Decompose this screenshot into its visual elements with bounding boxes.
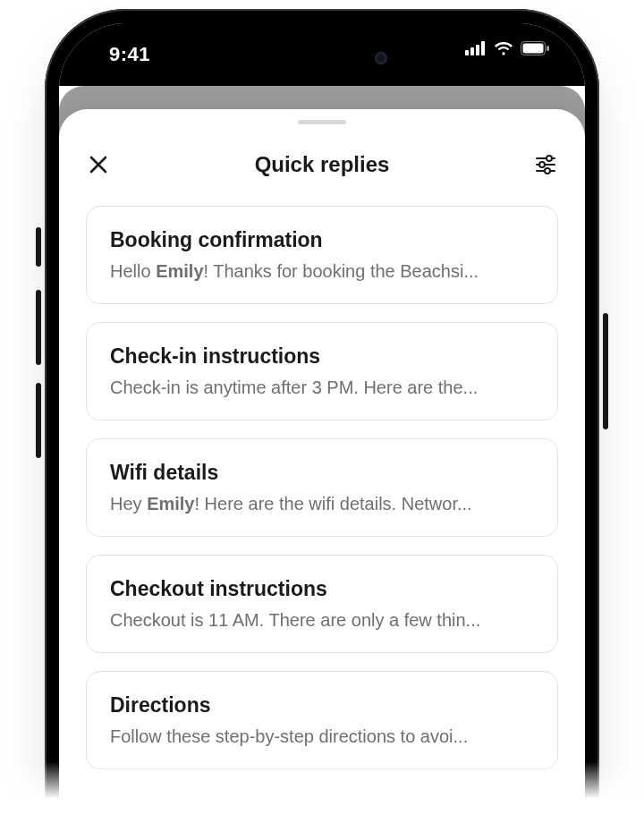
card-title: Booking confirmation xyxy=(110,228,534,252)
card-title: Wifi details xyxy=(110,461,534,485)
device-volume-silence xyxy=(36,227,41,267)
svg-rect-5 xyxy=(523,44,544,54)
preview-emph: Emily xyxy=(147,494,194,514)
card-title: Checkout instructions xyxy=(110,577,534,601)
sheet-title: Quick replies xyxy=(116,152,528,177)
card-title: Directions xyxy=(110,693,534,717)
quick-reply-card[interactable]: Directions Follow these step-by-step dir… xyxy=(86,671,558,769)
close-button[interactable] xyxy=(80,147,116,183)
svg-rect-1 xyxy=(470,47,474,55)
close-icon xyxy=(89,155,108,174)
svg-rect-0 xyxy=(465,50,469,55)
stage: 9:41 xyxy=(0,0,644,815)
card-preview: Check-in is anytime after 3 PM. Here are… xyxy=(110,378,534,398)
preview-text: Follow these step-by-step directions to … xyxy=(110,726,468,746)
card-preview: Hey Emily! Here are the wifi details. Ne… xyxy=(110,494,534,514)
device-screen: 9:41 xyxy=(59,23,585,815)
svg-point-10 xyxy=(539,162,545,167)
statusbar-icons xyxy=(465,41,549,59)
svg-rect-3 xyxy=(481,41,485,55)
sheet-grabber[interactable] xyxy=(298,120,346,124)
card-preview: Hello Emily! Thanks for booking the Beac… xyxy=(110,261,534,282)
battery-icon xyxy=(521,41,549,59)
quick-reply-card[interactable]: Checkout instructions Checkout is 11 AM.… xyxy=(86,555,558,653)
preview-emph: Emily xyxy=(156,261,203,281)
svg-point-12 xyxy=(545,168,550,174)
cellular-icon xyxy=(465,41,487,59)
device-frame: 9:41 xyxy=(45,9,599,815)
device-volume-down xyxy=(36,383,41,458)
front-camera-icon xyxy=(375,52,387,64)
statusbar-time: 9:41 xyxy=(109,43,150,66)
quick-reply-list: Booking confirmation Hello Emily! Thanks… xyxy=(59,197,585,769)
preview-text: ! Here are the wifi details. Networ... xyxy=(194,494,471,514)
device-power-button xyxy=(603,313,608,429)
preview-text: Hello xyxy=(110,261,156,281)
card-preview: Checkout is 11 AM. There are only a few … xyxy=(110,610,534,631)
card-title: Check-in instructions xyxy=(110,344,534,369)
preview-text: Check-in is anytime after 3 PM. Here are… xyxy=(110,378,478,397)
preview-text: Checkout is 11 AM. There are only a few … xyxy=(110,610,480,630)
preview-text: Hey xyxy=(110,494,147,514)
settings-button[interactable] xyxy=(528,147,564,183)
quick-reply-card[interactable]: Wifi details Hey Emily! Here are the wif… xyxy=(86,438,558,537)
svg-rect-6 xyxy=(547,46,549,51)
device-volume-up xyxy=(36,290,41,365)
quick-replies-sheet: Quick replies xyxy=(59,109,585,815)
sheet-header: Quick replies xyxy=(59,141,585,197)
wifi-icon xyxy=(494,41,513,59)
svg-point-8 xyxy=(547,156,552,161)
card-preview: Follow these step-by-step directions to … xyxy=(110,726,534,747)
quick-reply-card[interactable]: Check-in instructions Check-in is anytim… xyxy=(86,322,558,420)
preview-text: ! Thanks for booking the Beachsi... xyxy=(204,261,479,281)
svg-rect-2 xyxy=(476,45,479,55)
sliders-icon xyxy=(535,155,556,174)
quick-reply-card[interactable]: Booking confirmation Hello Emily! Thanks… xyxy=(86,206,558,304)
dynamic-island xyxy=(246,41,398,75)
